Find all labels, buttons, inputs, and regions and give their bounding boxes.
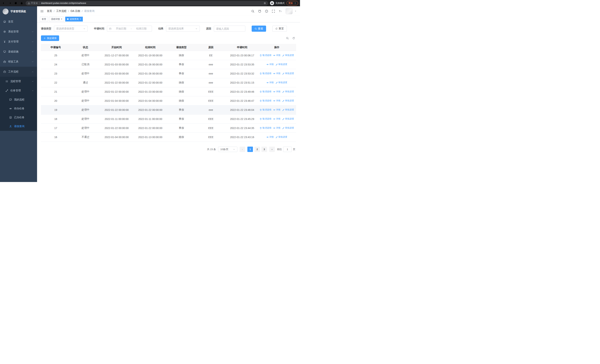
sidebar-item-6[interactable]: 工作流程: [0, 67, 37, 77]
detail-action-link[interactable]: 详情: [273, 54, 280, 57]
briefcase-icon: [3, 70, 6, 73]
detail-action-link[interactable]: 详情: [266, 63, 274, 66]
cell-actions: 取消请假详情审批进度: [258, 72, 296, 75]
progress-action-link[interactable]: 审批进度: [276, 63, 287, 66]
browser-home-button[interactable]: [20, 2, 24, 5]
close-icon[interactable]: ×: [80, 18, 81, 20]
font-size-icon[interactable]: TT: [279, 10, 282, 13]
next-page-button[interactable]: ›: [269, 147, 275, 152]
goto-page-input[interactable]: [283, 147, 292, 152]
docs-icon[interactable]: ?: [265, 10, 268, 13]
progress-action-link[interactable]: 审批进度: [276, 81, 287, 84]
progress-action-link[interactable]: 审批进度: [282, 108, 294, 111]
sidebar-item-2[interactable]: 系统管理: [0, 27, 37, 37]
cell-type: 婚假: [168, 135, 195, 139]
sidebar-item-12[interactable]: 请假查询: [0, 122, 37, 131]
cell-start: 2022-01-03 00:00:00: [100, 72, 133, 75]
cell-status: 处理中: [71, 90, 100, 93]
eye-icon: [273, 118, 275, 120]
cell-applied: 2022-01-22 23:46:47: [227, 99, 258, 102]
detail-action-link[interactable]: 详情: [273, 108, 280, 111]
result-select[interactable]: 请选择流结果: [166, 26, 200, 32]
cell-type: 病假: [168, 99, 195, 103]
progress-action-link[interactable]: 审批进度: [282, 117, 294, 121]
cancel-action-link[interactable]: 取消请假: [260, 117, 271, 121]
page-button-3[interactable]: 3: [262, 147, 267, 152]
header-search-icon[interactable]: [251, 10, 254, 13]
cancel-action-link[interactable]: 取消请假: [260, 54, 271, 57]
action-label: 审批进度: [285, 99, 294, 102]
detail-action-link[interactable]: 详情: [273, 126, 280, 130]
page-button-1[interactable]: 1: [247, 147, 253, 152]
cell-end: 2022-01-23 00:00:00: [133, 90, 168, 93]
browser-back-button[interactable]: [2, 2, 6, 5]
progress-action-link[interactable]: 审批进度: [276, 135, 287, 139]
avatar-caret-icon[interactable]: [294, 10, 297, 12]
cancel-action-link[interactable]: 取消请假: [260, 126, 271, 130]
detail-action-link[interactable]: 详情: [273, 117, 280, 121]
browser-refresh-button[interactable]: [14, 2, 18, 5]
sidebar-item-4[interactable]: 基础设施: [0, 47, 37, 57]
update-button[interactable]: 更新: [286, 1, 298, 5]
svg-text:T: T: [279, 10, 280, 13]
github-icon[interactable]: [258, 10, 261, 13]
cell-actions: 取消请假详情审批进度: [258, 117, 296, 121]
app-logo[interactable]: 芋道管理系统: [0, 6, 37, 17]
sidebar-item-3[interactable]: 支付管理: [0, 37, 37, 47]
tab-3[interactable]: 请假查询×: [65, 17, 83, 21]
cancel-action-link[interactable]: 取消请假: [260, 99, 271, 102]
user-avatar[interactable]: [286, 8, 293, 14]
total-count: 共 23 条: [207, 148, 216, 151]
prev-page-button[interactable]: ‹: [240, 147, 245, 152]
detail-action-link[interactable]: 详情: [273, 99, 280, 102]
leave-type-filter: 请假类型 请选择请假类型: [41, 26, 88, 32]
progress-action-link[interactable]: 审批进度: [282, 126, 294, 130]
search-button[interactable]: 搜索: [252, 26, 266, 32]
leave-type-select[interactable]: 请选择请假类型: [54, 26, 88, 32]
progress-action-link[interactable]: 审批进度: [282, 72, 294, 75]
sidebar-item-5[interactable]: 研发工具: [0, 57, 37, 67]
fullscreen-icon[interactable]: [272, 10, 275, 13]
app-title: 芋道管理系统: [10, 10, 26, 13]
breadcrumb-item-1[interactable]: 首页: [47, 9, 52, 13]
refresh-table-icon[interactable]: [292, 37, 295, 39]
sidebar-item-9[interactable]: 我的流程: [0, 95, 37, 104]
progress-action-link[interactable]: 审批进度: [282, 99, 294, 102]
sidebar-item-10[interactable]: 待办任务: [0, 104, 37, 113]
detail-action-link[interactable]: 详情: [266, 81, 274, 84]
tab-1[interactable]: 首页: [40, 17, 48, 21]
sidebar-item-8[interactable]: 任务管理: [0, 86, 37, 95]
sidebar-item-1[interactable]: 首页: [0, 17, 37, 27]
progress-action-link[interactable]: 审批进度: [282, 54, 294, 57]
detail-action-link[interactable]: 详情: [273, 72, 280, 75]
cell-actions: 取消请假详情审批进度: [258, 54, 296, 57]
browser-forward-button[interactable]: [8, 2, 12, 5]
eye-icon: [273, 127, 275, 129]
security-chip[interactable]: 不安全: [28, 2, 38, 5]
breadcrumb-item-2[interactable]: 工作流程: [56, 9, 66, 13]
detail-action-link[interactable]: 详情: [266, 135, 274, 139]
address-bar[interactable]: 不安全 dashboard.yudao.iocoder.cn/bpm/oa/le…: [26, 1, 268, 6]
bookmark-star-icon[interactable]: [264, 2, 266, 4]
toggle-search-icon[interactable]: [286, 37, 289, 39]
page-size-select[interactable]: 10条/页: [218, 147, 237, 152]
tab-2[interactable]: 流程详情×: [49, 17, 64, 21]
apply-time-range-picker[interactable]: 开始日期 - 结束日期: [107, 26, 152, 32]
sidebar-toggle-button[interactable]: [40, 10, 44, 13]
sidebar-item-11[interactable]: 已办任务: [0, 113, 37, 122]
detail-action-link[interactable]: 详情: [273, 90, 280, 93]
reset-button[interactable]: 重置: [272, 26, 287, 32]
cancel-action-link[interactable]: 取消请假: [260, 108, 271, 111]
cancel-action-link[interactable]: 取消请假: [260, 72, 271, 75]
cancel-action-link[interactable]: 取消请假: [260, 90, 271, 93]
cell-reason: eee: [195, 72, 227, 75]
progress-action-link[interactable]: 审批进度: [282, 90, 294, 93]
reason-input[interactable]: [214, 26, 245, 32]
sidebar-item-7[interactable]: 流程管理: [0, 77, 37, 86]
close-icon[interactable]: ×: [61, 18, 62, 20]
chevron-down-icon: [32, 31, 34, 33]
browser-menu-icon[interactable]: [294, 2, 296, 4]
breadcrumb-item-3[interactable]: OA 示例: [71, 9, 80, 13]
create-leave-button[interactable]: 发起请假: [41, 35, 59, 41]
page-button-2[interactable]: 2: [254, 147, 260, 152]
